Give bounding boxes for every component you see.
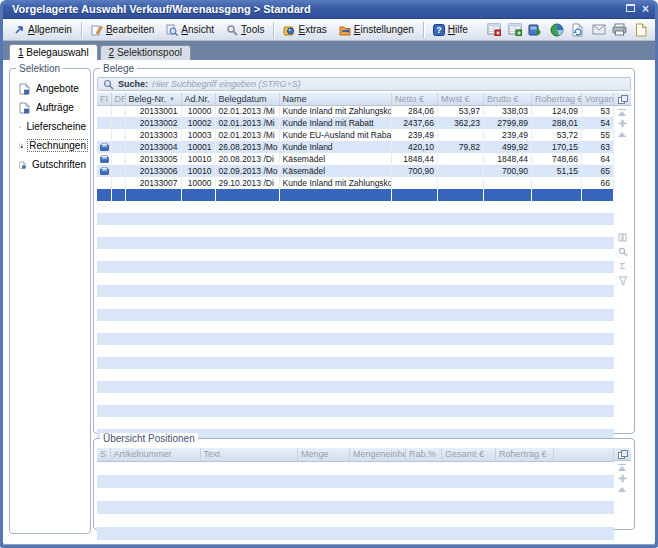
printer-icon[interactable] xyxy=(611,22,628,38)
sidebar-item-label: Rechnungen xyxy=(27,139,88,152)
package-export-icon[interactable] xyxy=(527,22,544,38)
title-bar[interactable]: Vorgelagerte Auswahl Verkauf/Warenausgan… xyxy=(3,0,655,19)
column-header[interactable]: FI xyxy=(97,93,111,105)
column-header[interactable]: Text xyxy=(200,448,298,461)
selected-empty-row[interactable] xyxy=(97,189,614,201)
column-header[interactable] xyxy=(554,448,614,461)
beleg-row[interactable]: 20133007 10000 29.10.2013 /Di Kunde Inla… xyxy=(97,177,614,189)
scroll-top-icon[interactable] xyxy=(618,109,626,116)
tab-belegauswahl[interactable]: 1 Belegauswahl xyxy=(9,44,98,60)
app-window: Vorgelagerte Auswahl Verkauf/Warenausgan… xyxy=(0,0,658,548)
columns-icon[interactable] xyxy=(618,233,627,242)
positionen-label: Übersicht Positionen xyxy=(100,433,198,444)
column-chooser-icon xyxy=(618,450,628,459)
column-header[interactable]: Rohertrag € xyxy=(496,448,554,461)
column-chooser-button[interactable] xyxy=(614,448,631,461)
scroll-top-icon[interactable] xyxy=(618,464,626,471)
column-header[interactable]: Netto € xyxy=(392,93,438,105)
menu-bearbeiten[interactable]: Bearbeiten xyxy=(85,22,160,38)
menu-allgemein[interactable]: Allgemein xyxy=(7,22,78,38)
beleg-row[interactable]: 20133004 10001 26.08.2013 /Mo Kunde Inla… xyxy=(97,141,614,153)
document-icon xyxy=(19,121,21,133)
menu-hilfe[interactable]: ? Hilfe xyxy=(427,22,474,38)
fibu-booked-icon xyxy=(100,155,108,163)
search-bar[interactable]: Suche: Hier Suchbegriff eingeben (STRG+S… xyxy=(97,77,631,91)
selektion-label: Selektion xyxy=(16,63,63,74)
window-title: Vorgelagerte Auswahl Verkauf/Warenausgan… xyxy=(12,3,626,15)
new-document-icon[interactable] xyxy=(632,22,649,38)
menu-extras[interactable]: Extras xyxy=(277,22,332,38)
envelope-icon[interactable] xyxy=(590,22,607,38)
help-icon: ? xyxy=(433,24,445,36)
sidebar-item[interactable]: Rechnungen xyxy=(10,136,90,155)
table-green-icon[interactable] xyxy=(506,22,523,38)
column-header[interactable]: Mwst € xyxy=(438,93,484,105)
sidebar-item-label: Angebote xyxy=(34,82,81,95)
column-header[interactable]: Gesamt € xyxy=(442,448,496,461)
sidebar-item[interactable]: Gutschriften xyxy=(10,155,90,174)
close-button[interactable]: × xyxy=(642,4,649,14)
fibu-booked-icon xyxy=(100,143,108,151)
sidebar-item[interactable]: Aufträge xyxy=(10,98,90,117)
column-header[interactable]: Rab.% xyxy=(406,448,442,461)
up-icon[interactable] xyxy=(618,132,626,137)
beleg-row[interactable]: 20133002 10002 02.01.2013 /Mi Kunde Inla… xyxy=(97,117,614,129)
sidebar-item-label: Lieferscheine xyxy=(25,120,88,133)
column-chooser-button[interactable] xyxy=(614,93,631,106)
column-header[interactable]: Name xyxy=(279,93,392,105)
search-label: Suche: xyxy=(118,79,148,89)
column-header[interactable]: DR xyxy=(111,93,125,105)
positionen-header-row: SArtikelnummerTextMengeMengeneinheitRab.… xyxy=(97,448,614,461)
table-red-icon[interactable] xyxy=(485,22,502,38)
menu-ansicht[interactable]: Ansicht xyxy=(160,22,220,38)
move-up-icon[interactable]: ✚ xyxy=(618,475,626,483)
sidebar-item[interactable]: Angebote xyxy=(10,79,90,98)
beleg-row[interactable]: 20133001 10000 02.01.2013 /Mi Kunde Inla… xyxy=(97,105,614,117)
pie-chart-icon[interactable] xyxy=(548,22,565,38)
sidebar-item[interactable]: Lieferscheine xyxy=(10,117,90,136)
column-header[interactable]: Belegdatum xyxy=(215,93,279,105)
column-header[interactable]: Artikelnummer xyxy=(110,448,200,461)
empty-grid-rows xyxy=(97,201,614,441)
positionen-groupbox: Übersicht Positionen SArtikelnummerTextM… xyxy=(93,438,635,530)
toolbar-right xyxy=(485,22,651,38)
column-header[interactable]: Vorgang xyxy=(582,93,614,105)
belege-label: Belege xyxy=(100,63,137,74)
beleg-row[interactable]: 20133006 10010 02.09.2013 /Mo Käsemädel … xyxy=(97,165,614,177)
content-area: Selektion Angebote Aufträge Liefersc xyxy=(3,60,655,543)
document-refresh-icon[interactable] xyxy=(569,22,586,38)
search-placeholder: Hier Suchbegriff eingeben (STRG+S) xyxy=(152,79,301,89)
positionen-grid: SArtikelnummerTextMengeMengeneinheitRab.… xyxy=(97,448,614,540)
document-icon xyxy=(19,159,26,171)
settings-icon xyxy=(339,24,351,36)
menu-einstellungen[interactable]: Einstellungen xyxy=(333,22,420,38)
search-icon xyxy=(103,79,114,90)
move-up-icon[interactable]: ✚ xyxy=(618,120,626,128)
column-header[interactable]: S xyxy=(97,448,110,461)
beleg-row[interactable]: 20133003 10003 02.01.2013 /Mi Kunde EU-A… xyxy=(97,129,614,141)
filter-icon[interactable] xyxy=(618,276,628,286)
beleg-row[interactable]: 20133005 10010 20.08.2013 /Di Käsemädel … xyxy=(97,153,614,165)
menu-tools[interactable]: Tools xyxy=(220,22,270,38)
column-header[interactable]: Rohertrag € xyxy=(532,93,582,105)
column-header[interactable]: Menge xyxy=(298,448,350,461)
tools-icon xyxy=(226,24,238,36)
belege-grid: FIDRBeleg-Nr.▼Ad.Nr.BelegdatumNameNetto … xyxy=(97,93,614,441)
grid-side-strip: ✚ Σ xyxy=(614,93,631,441)
up-icon[interactable] xyxy=(618,487,626,492)
edit-icon xyxy=(91,24,103,36)
sidebar-item-label: Aufträge xyxy=(34,101,76,114)
column-header[interactable]: Beleg-Nr.▼ xyxy=(125,93,181,105)
northeast-arrow-icon xyxy=(13,24,25,36)
menu-bar: Allgemein Bearbeiten Ansicht Tools Extra… xyxy=(3,19,655,41)
tab-selektionspool[interactable]: 2 Selektionspool xyxy=(100,45,191,60)
restore-button[interactable] xyxy=(626,4,635,14)
column-header[interactable]: Mengeneinheit xyxy=(350,448,406,461)
sum-icon[interactable]: Σ xyxy=(620,262,626,271)
column-header[interactable]: Brutto € xyxy=(484,93,532,105)
column-header[interactable]: Ad.Nr. xyxy=(181,93,215,105)
search-tool-icon[interactable] xyxy=(618,247,628,257)
document-icon xyxy=(19,140,23,152)
sidebar-item-label: Gutschriften xyxy=(30,158,88,171)
positionen-side-strip: ✚ xyxy=(614,448,631,540)
